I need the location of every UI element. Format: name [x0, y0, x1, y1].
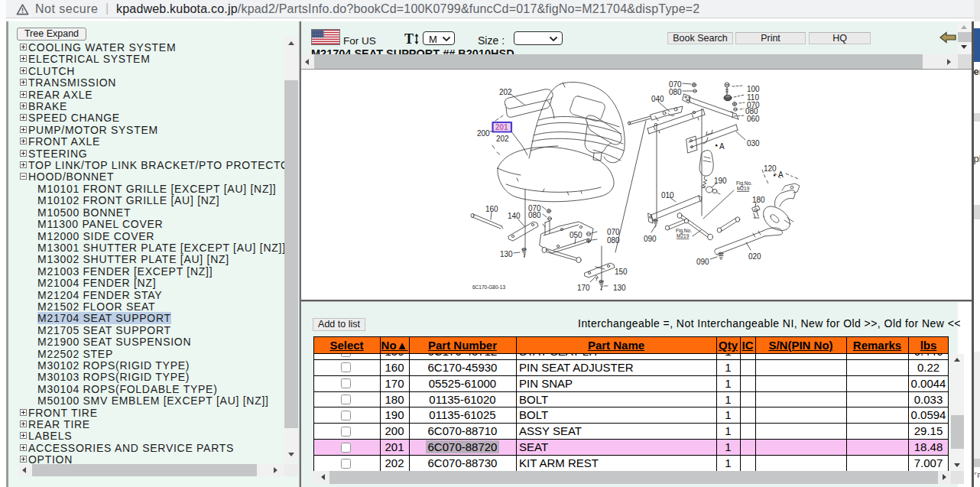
svg-text:040: 040 — [651, 95, 664, 103]
svg-text:A: A — [778, 170, 784, 179]
svg-text:150: 150 — [615, 268, 628, 276]
svg-text:080: 080 — [607, 236, 620, 245]
svg-text:100: 100 — [747, 85, 760, 93]
svg-text:202: 202 — [496, 135, 509, 143]
svg-text:130: 130 — [613, 284, 626, 292]
svg-text:010: 010 — [661, 191, 674, 200]
svg-text:090: 090 — [644, 235, 657, 243]
svg-text:080: 080 — [669, 88, 682, 96]
svg-text:090: 090 — [696, 258, 709, 266]
svg-text:M219: M219 — [737, 186, 750, 191]
svg-text:M219: M219 — [677, 233, 690, 239]
svg-text:201: 201 — [495, 123, 508, 131]
svg-text:140: 140 — [508, 212, 521, 220]
svg-text:020: 020 — [748, 252, 761, 261]
svg-text:A: A — [719, 142, 725, 151]
svg-text:060: 060 — [747, 115, 760, 123]
svg-text:160: 160 — [485, 205, 498, 213]
svg-text:120: 120 — [764, 164, 777, 173]
svg-text:180: 180 — [752, 196, 765, 204]
svg-text:070: 070 — [607, 228, 620, 236]
svg-text:190: 190 — [714, 177, 727, 185]
svg-text:170: 170 — [577, 284, 590, 292]
svg-text:200: 200 — [477, 129, 490, 138]
svg-text:130: 130 — [500, 250, 513, 258]
svg-text:6C170-G80-13: 6C170-G80-13 — [472, 284, 505, 290]
svg-text:T: T — [404, 31, 414, 47]
svg-text:050: 050 — [570, 231, 582, 239]
svg-text:030: 030 — [747, 139, 760, 148]
svg-text:202: 202 — [499, 88, 512, 96]
svg-text:080: 080 — [528, 211, 541, 219]
